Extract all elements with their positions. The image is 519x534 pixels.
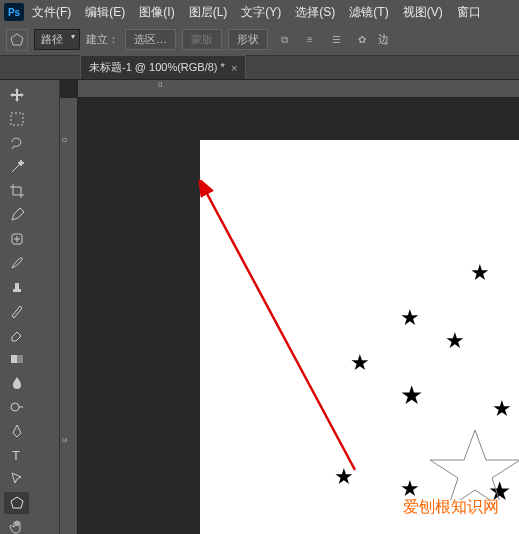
menu-file[interactable]: 文件(F) — [26, 2, 77, 23]
clone-stamp-tool[interactable] — [4, 276, 29, 298]
menu-select[interactable]: 选择(S) — [289, 2, 341, 23]
lasso-tool[interactable] — [4, 132, 29, 154]
path-align-icon[interactable]: ≡ — [300, 30, 320, 50]
star-shape: ★ — [470, 260, 490, 286]
pen-tool[interactable] — [4, 420, 29, 442]
star-shape: ★ — [445, 328, 465, 354]
menu-edit[interactable]: 编辑(E) — [79, 2, 131, 23]
svg-marker-7 — [11, 497, 23, 508]
menu-filter[interactable]: 滤镜(T) — [343, 2, 394, 23]
hand-tool[interactable] — [4, 516, 29, 534]
star-outline-shape — [430, 430, 519, 500]
watermark-text: 爱刨根知识网 — [403, 497, 499, 518]
make-shape-button[interactable]: 形状 — [228, 29, 268, 50]
star-shape: ★ — [350, 350, 370, 376]
make-selection-button[interactable]: 选区… — [125, 29, 176, 50]
healing-brush-tool[interactable] — [4, 228, 29, 250]
settings-gear-icon[interactable]: ✿ — [352, 30, 372, 50]
menu-window[interactable]: 窗口 — [451, 2, 487, 23]
history-brush-tool[interactable] — [4, 300, 29, 322]
magic-wand-tool[interactable] — [4, 156, 29, 178]
eraser-tool[interactable] — [4, 324, 29, 346]
app-logo: Ps — [4, 3, 24, 21]
path-selection-tool[interactable] — [4, 468, 29, 490]
ruler-tick: 0 — [158, 80, 162, 89]
canvas-area: 0 0 5 ★ ★ ★ ★ ★ ★ ★ ★ ★ — [60, 80, 519, 534]
star-shape: ★ — [492, 396, 512, 422]
menu-layer[interactable]: 图层(L) — [183, 2, 234, 23]
svg-rect-4 — [11, 355, 17, 363]
current-tool-indicator — [6, 29, 28, 51]
svg-point-5 — [11, 403, 19, 411]
horizontal-ruler[interactable]: 0 — [78, 80, 519, 98]
document-tab-title: 未标题-1 @ 100%(RGB/8) * — [89, 60, 225, 75]
star-shape: ★ — [334, 464, 354, 490]
crop-tool[interactable] — [4, 180, 29, 202]
path-op-combine-icon[interactable]: ⧉ — [274, 30, 294, 50]
document-canvas[interactable]: ★ ★ ★ ★ ★ ★ ★ ★ ★ — [200, 140, 519, 534]
make-mask-button[interactable]: 蒙版 — [182, 29, 222, 50]
ruler-tick: 5 — [60, 438, 69, 442]
dodge-tool[interactable] — [4, 396, 29, 418]
move-tool[interactable] — [4, 84, 29, 106]
star-shape: ★ — [400, 305, 420, 331]
menu-image[interactable]: 图像(I) — [133, 2, 180, 23]
brush-tool[interactable] — [4, 252, 29, 274]
document-tab[interactable]: 未标题-1 @ 100%(RGB/8) * × — [80, 55, 246, 79]
ruler-tick: 0 — [60, 138, 69, 142]
toolbox: T 矩形工具 U 圆角矩形工具 U 椭圆工具 U — [0, 80, 60, 534]
gradient-tool[interactable] — [4, 348, 29, 370]
tool-mode-dropdown[interactable]: 路径 — [34, 29, 80, 50]
path-arrange-icon[interactable]: ☰ — [326, 30, 346, 50]
svg-text:T: T — [12, 448, 20, 463]
menu-view[interactable]: 视图(V) — [397, 2, 449, 23]
star-shape: ★ — [400, 380, 423, 411]
close-tab-icon[interactable]: × — [231, 62, 237, 74]
blur-tool[interactable] — [4, 372, 29, 394]
type-tool[interactable]: T — [4, 444, 29, 466]
svg-marker-14 — [430, 430, 519, 500]
edges-label: 边 — [378, 32, 389, 47]
vertical-ruler[interactable]: 0 5 — [60, 98, 78, 534]
marquee-tool[interactable] — [4, 108, 29, 130]
build-label: 建立： — [86, 32, 119, 47]
eyedropper-tool[interactable] — [4, 204, 29, 226]
menu-type[interactable]: 文字(Y) — [235, 2, 287, 23]
svg-marker-0 — [11, 34, 23, 45]
svg-rect-1 — [11, 113, 23, 125]
shape-tool[interactable]: 矩形工具 U 圆角矩形工具 U 椭圆工具 U 多边形工具 U — [4, 492, 29, 514]
